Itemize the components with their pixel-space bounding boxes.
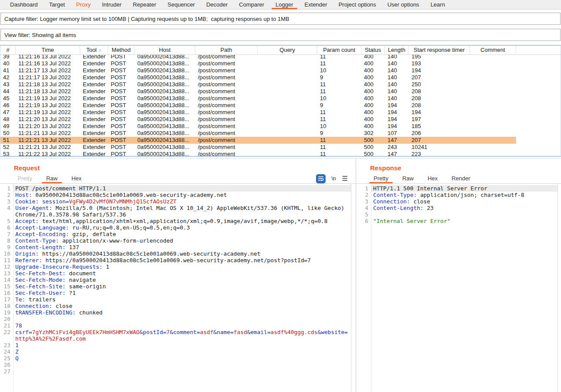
cell-param-count: 9: [317, 74, 361, 81]
cell-path: /post/comment: [195, 151, 258, 156]
menu-tab-target[interactable]: Target: [44, 0, 71, 9]
menu-tab-proxy[interactable]: Proxy: [71, 0, 96, 9]
menu-tab-comparer[interactable]: Comparer: [233, 0, 270, 9]
table-row[interactable]: 4511:21:19 13 Jul 2022ExtenderPOST0a9500…: [0, 95, 561, 102]
table-row[interactable]: 4111:21:17 13 Jul 2022ExtenderPOST0a9500…: [0, 67, 561, 74]
request-line: 10Origin: https://0a9500020413d88ac08c5c…: [2, 250, 351, 257]
cell-filler: [516, 137, 561, 144]
column-header-time[interactable]: Time: [16, 46, 80, 55]
table-row[interactable]: 5111:21:21 13 Jul 2022ExtenderPOST0a9500…: [0, 137, 561, 144]
column-header-comment[interactable]: Comment: [470, 46, 516, 55]
table-row[interactable]: 3911:21:16 13 Jul 2022ExtenderPOST0a9500…: [0, 55, 561, 60]
request-line: 19tRANSFER-ENCODING: chunked: [2, 309, 351, 316]
column-header-start-response-timer[interactable]: Start response timer: [409, 46, 470, 55]
request-editor[interactable]: 1POST /post/comment HTTP/1.12Host: 0a950…: [2, 184, 351, 392]
cell-param-count: 11: [317, 88, 361, 95]
menu-tab-decoder[interactable]: Decoder: [201, 0, 233, 9]
table-row[interactable]: 4611:21:19 13 Jul 2022ExtenderPOST0a9500…: [0, 102, 561, 109]
cell-path: /post/comment: [195, 95, 258, 102]
table-header-row: #TimeTool∧MethodHostPathQueryParam count…: [0, 46, 561, 55]
line-number: 19: [2, 309, 13, 316]
table-row[interactable]: 5311:21:22 13 Jul 2022ExtenderPOST0a9500…: [0, 151, 561, 156]
column-header-query[interactable]: Query: [258, 46, 317, 55]
table-row[interactable]: 4711:21:19 13 Jul 2022ExtenderPOST0a9500…: [0, 109, 561, 116]
line-number: 6: [360, 218, 371, 224]
menu-tab-learn[interactable]: Learn: [425, 0, 451, 9]
table-row[interactable]: 5211:21:21 13 Jul 2022ExtenderPOST0a9500…: [0, 144, 561, 151]
menu-tab-logger[interactable]: Logger: [270, 0, 299, 9]
request-tab-pretty: Pretty: [10, 173, 39, 183]
view-filter-bar[interactable]: View filter: Showing all items: [0, 29, 561, 41]
menu-tab-dashboard[interactable]: Dashboard: [4, 0, 44, 9]
word-wrap-toggle-icon[interactable]: [316, 174, 326, 183]
cell-time: 11:21:20 13 Jul 2022: [16, 116, 80, 123]
cell-tool: Extender: [80, 144, 108, 151]
cell-param-count: 11: [317, 116, 361, 123]
cell-number: 45: [0, 95, 16, 102]
request-tab-bar: PrettyRawHex \n ☰: [0, 173, 356, 184]
cell-host: 0a9500020413d88...: [135, 55, 195, 60]
cell-path: /post/comment: [195, 144, 258, 151]
cell-path: /post/comment: [195, 130, 258, 137]
table-body[interactable]: 3911:21:16 13 Jul 2022ExtenderPOST0a9500…: [0, 55, 561, 156]
menu-tab-project-options[interactable]: Project options: [333, 0, 382, 9]
response-tab-render[interactable]: Render: [445, 173, 477, 183]
cell-comment: [470, 74, 516, 81]
request-tab-raw[interactable]: Raw: [39, 173, 65, 183]
cell-query: [258, 81, 317, 88]
line-content: Cookie: session=VgFWy4D2vMfON7vMNMhjQ1Sc…: [13, 198, 351, 205]
column-header-path[interactable]: Path: [195, 46, 258, 55]
request-tab-hex[interactable]: Hex: [65, 173, 88, 183]
response-tab-raw[interactable]: Raw: [395, 173, 421, 183]
cell-status: 302: [361, 130, 385, 137]
cell-filler: [516, 74, 561, 81]
table-row[interactable]: 4811:21:20 13 Jul 2022ExtenderPOST0a9500…: [0, 116, 561, 123]
table-row[interactable]: 4011:21:16 13 Jul 2022ExtenderPOST0a9500…: [0, 60, 561, 67]
menu-tab-user-options[interactable]: User options: [382, 0, 425, 9]
table-row[interactable]: 5011:21:21 13 Jul 2022ExtenderPOST0a9500…: [0, 130, 561, 137]
menu-bar: DashboardTargetProxyIntruderRepeaterSequ…: [0, 0, 561, 10]
column-header-status[interactable]: Status: [361, 46, 385, 55]
line-content: Referer: https://0a9500020413d88ac08c5c1…: [13, 257, 351, 264]
request-line: 25Q: [2, 355, 351, 362]
line-content: Content-Type: application/x-www-form-url…: [13, 237, 351, 244]
cell-number: 46: [0, 102, 16, 109]
line-content: User-Agent: Mozilla/5.0 (Macintosh; Inte…: [13, 205, 351, 218]
line-content: Accept-Encoding: gzip, deflate: [13, 231, 351, 237]
menu-tab-repeater[interactable]: Repeater: [127, 0, 162, 9]
cell-filler: [516, 130, 561, 137]
response-tab-hex[interactable]: Hex: [421, 173, 445, 183]
menu-tab-sequencer[interactable]: Sequencer: [162, 0, 201, 9]
request-line: 27: [2, 368, 351, 375]
line-content: Z: [13, 348, 351, 355]
table-row[interactable]: 4911:21:20 13 Jul 2022ExtenderPOST0a9500…: [0, 123, 561, 130]
column-header-length[interactable]: Length: [385, 46, 409, 55]
column-header-tool[interactable]: Tool∧: [80, 46, 108, 55]
cell-number: 50: [0, 130, 16, 137]
menu-tab-extender[interactable]: Extender: [299, 0, 333, 9]
table-row[interactable]: 4211:21:17 13 Jul 2022ExtenderPOST0a9500…: [0, 74, 561, 81]
table-row[interactable]: 4311:21:18 13 Jul 2022ExtenderPOST0a9500…: [0, 81, 561, 88]
editor-menu-icon[interactable]: ☰: [342, 175, 348, 182]
menu-tab-intruder[interactable]: Intruder: [96, 0, 127, 9]
sort-ascending-icon: ∧: [99, 48, 102, 53]
cell-status: 400: [361, 95, 385, 102]
response-tab-pretty[interactable]: Pretty: [367, 173, 395, 183]
line-number: 3: [360, 198, 371, 205]
line-number: 12: [2, 264, 13, 270]
column-header-param-count[interactable]: Param count: [317, 46, 361, 55]
cell-query: [258, 137, 317, 144]
cell-status: 400: [361, 88, 385, 95]
capture-filter-bar[interactable]: Capture filter: Logger memory limit set …: [0, 13, 561, 25]
response-editor[interactable]: 1HTTP/1.1 500 Internal Server Error2Cont…: [360, 184, 558, 392]
cell-param-count: 11: [317, 144, 361, 151]
newline-visualization-icon[interactable]: \n: [332, 176, 336, 182]
column-header-number[interactable]: #: [0, 46, 16, 55]
table-row[interactable]: 4411:21:18 13 Jul 2022ExtenderPOST0a9500…: [0, 88, 561, 95]
request-line: 1POST /post/comment HTTP/1.1: [2, 185, 351, 192]
column-header-method[interactable]: Method: [108, 46, 135, 55]
cell-path: /post/comment: [195, 67, 258, 74]
cell-method: POST: [108, 130, 135, 137]
column-header-host[interactable]: Host: [135, 46, 195, 55]
cell-param-count: 11: [317, 60, 361, 67]
